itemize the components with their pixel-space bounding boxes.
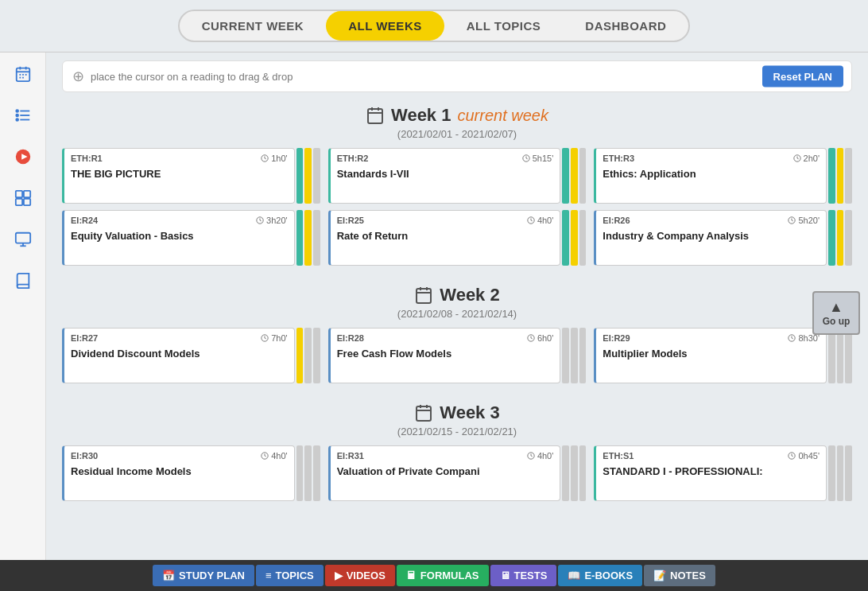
card-eth-r1-bars: [296, 148, 320, 204]
card-eth-r1-outer: ETH:R1 1h0' THE BIG PICTURE: [62, 148, 320, 204]
nav-current-week[interactable]: CURRENT WEEK: [180, 11, 327, 41]
card-eth-r1: ETH:R1 1h0' THE BIG PICTURE: [62, 148, 295, 204]
card-ei-r29: EI:R29 8h30' Multiplier Models: [594, 328, 827, 383]
card-ei-r29-bars: [828, 328, 852, 383]
nav-dashboard[interactable]: DASHBOARD: [563, 11, 688, 41]
card-eth-r2-time: 5h15': [522, 154, 554, 163]
card-eth-s1-outer: ETH:S1 0h45' STANDARD I - PROFESSIONALI:: [594, 445, 852, 501]
card-ei-r31-time: 4h0': [527, 451, 553, 461]
toolbar-videos-button[interactable]: ▶ VIDEOS: [325, 565, 395, 586]
card-eth-r2-bars: [562, 148, 586, 204]
videos-label: VIDEOS: [347, 570, 386, 581]
card-ei-r27-title: Dividend Discount Models: [71, 348, 288, 360]
toolbar-formulas-button[interactable]: 🖩 FORMULAS: [397, 565, 489, 586]
go-up-button[interactable]: ▲ Go up: [812, 291, 860, 335]
week-2-dates: (2021/02/08 - 2021/02/14): [62, 308, 852, 320]
card-ei-r28-time: 6h0': [527, 333, 553, 343]
svg-point-13: [16, 115, 18, 117]
content-area[interactable]: ⊕ place the cursor on a reading to drag …: [46, 52, 868, 560]
card-ei-r26-id: EI:R26: [603, 216, 630, 225]
card-ei-r30-id: EI:R30: [71, 451, 98, 461]
card-eth-s1: ETH:S1 0h45' STANDARD I - PROFESSIONALI:: [594, 445, 827, 501]
week-2-cards: EI:R27 7h0' Dividend Discount Models: [62, 328, 852, 383]
go-up-arrow-icon: ▲: [829, 299, 843, 316]
week-1-title: Week 1: [391, 105, 451, 126]
ebooks-icon: 📖: [568, 570, 580, 581]
bar-gray-3: [845, 148, 852, 204]
study-plan-icon: 📅: [162, 570, 175, 581]
week-3-header: Week 3 (2021/02/15 - 2021/02/21): [62, 402, 852, 437]
week-3-dates: (2021/02/15 - 2021/02/21): [62, 426, 852, 437]
toolbar-tests-button[interactable]: 🖥 TESTS: [490, 565, 557, 586]
ebooks-label: E-BOOKS: [584, 570, 633, 581]
card-ei-r24-outer: EI:R24 3h20' Equity Valuation - Basics: [62, 210, 320, 266]
top-navigation: CURRENT WEEK ALL WEEKS ALL TOPICS DASHBO…: [0, 0, 868, 52]
nav-pill-group: CURRENT WEEK ALL WEEKS ALL TOPICS DASHBO…: [178, 10, 691, 42]
card-ei-r29-title: Multiplier Models: [603, 348, 820, 360]
svg-rect-21: [15, 233, 29, 243]
week-1-header: Week 1 current week (2021/02/01 - 2021/0…: [62, 105, 852, 140]
card-ei-r30: EI:R30 4h0' Residual Income Models: [62, 445, 295, 501]
nav-all-topics[interactable]: ALL TOPICS: [444, 11, 564, 41]
sidebar-book-icon[interactable]: [10, 267, 37, 294]
card-ei-r28: EI:R28 6h0' Free Cash Flow Models: [328, 328, 561, 383]
card-ei-r26-time: 5h20': [788, 216, 820, 225]
card-ei-r25-outer: EI:R25 4h0' Rate of Return: [328, 210, 587, 266]
week-2-title: Week 2: [440, 285, 499, 305]
week-1-section: Week 1 current week (2021/02/01 - 2021/0…: [62, 105, 852, 266]
card-eth-r3-id: ETH:R3: [603, 154, 634, 163]
tests-label: TESTS: [514, 570, 548, 581]
toolbar-study-plan-button[interactable]: 📅 STUDY PLAN: [153, 565, 254, 586]
nav-all-weeks[interactable]: ALL WEEKS: [326, 11, 444, 41]
svg-rect-34: [417, 289, 431, 303]
week-1-row-2: EI:R24 3h20' Equity Valuation - Basics: [62, 210, 852, 266]
card-ei-r28-id: EI:R28: [337, 333, 364, 343]
card-eth-r2-outer: ETH:R2 5h15' Standards I-VII: [328, 148, 587, 204]
card-eth-r3-bars: [828, 148, 852, 204]
bar-teal-1: [296, 148, 304, 204]
svg-point-14: [16, 119, 18, 121]
bottom-toolbar: 📅 STUDY PLAN ≡ TOPICS ▶ VIDEOS 🖩 FORMULA…: [0, 560, 868, 591]
card-eth-r2-id: ETH:R2: [337, 154, 369, 163]
sidebar-calendar-icon[interactable]: [10, 60, 37, 87]
topics-icon: ≡: [265, 570, 272, 581]
sidebar-list-icon[interactable]: [10, 102, 37, 129]
formulas-label: FORMULAS: [420, 570, 479, 581]
formulas-icon: 🖩: [406, 570, 417, 581]
card-ei-r25-time: 4h0': [527, 216, 553, 225]
svg-rect-20: [23, 199, 29, 205]
toolbar-ebooks-button[interactable]: 📖 E-BOOKS: [558, 565, 642, 586]
card-ei-r24-id: EI:R24: [71, 216, 98, 225]
svg-rect-24: [368, 109, 382, 123]
card-eth-r2-title: Standards I-VII: [337, 168, 554, 180]
card-ei-r25-id: EI:R25: [337, 216, 364, 225]
toolbar-topics-button[interactable]: ≡ TOPICS: [256, 565, 324, 586]
calendar-icon-w1: [366, 106, 385, 125]
card-ei-r27: EI:R27 7h0' Dividend Discount Models: [62, 328, 295, 383]
card-ei-r31: EI:R31 4h0' Valuation of Private Compani: [328, 445, 561, 501]
notes-icon: 📝: [653, 570, 666, 581]
card-ei-r28-bars: [562, 328, 586, 383]
card-eth-r3-outer: ETH:R3 2h0' Ethics: Application: [594, 148, 852, 204]
card-ei-r30-time: 4h0': [261, 451, 287, 461]
sidebar-monitor-icon[interactable]: [10, 226, 37, 253]
card-ei-r31-title: Valuation of Private Compani: [337, 465, 554, 477]
card-ei-r29-id: EI:R29: [603, 333, 630, 343]
sidebar-grid-icon[interactable]: [10, 185, 37, 212]
card-ei-r24-bars: [296, 210, 320, 266]
tests-icon: 🖥: [500, 570, 510, 581]
toolbar-notes-button[interactable]: 📝 NOTES: [644, 565, 715, 586]
reset-plan-button[interactable]: Reset PLAN: [762, 66, 843, 87]
card-eth-s1-bars: [828, 445, 852, 501]
videos-icon: ▶: [335, 570, 343, 581]
week-3-section: Week 3 (2021/02/15 - 2021/02/21) EI:R30 …: [62, 402, 852, 501]
week-2-header: Week 2 (2021/02/08 - 2021/02/14): [62, 285, 852, 320]
study-plan-label: STUDY PLAN: [179, 570, 245, 581]
sidebar-play-icon[interactable]: [10, 143, 37, 170]
card-ei-r26-outer: EI:R26 5h20' Industry & Company Analysis: [594, 210, 852, 266]
go-up-label: Go up: [823, 316, 851, 327]
week-1-row-1: ETH:R1 1h0' THE BIG PICTURE: [62, 148, 852, 204]
card-ei-r26: EI:R26 5h20' Industry & Company Analysis: [594, 210, 827, 266]
calendar-icon-w3: [414, 403, 433, 422]
card-ei-r27-bars: [296, 328, 320, 383]
